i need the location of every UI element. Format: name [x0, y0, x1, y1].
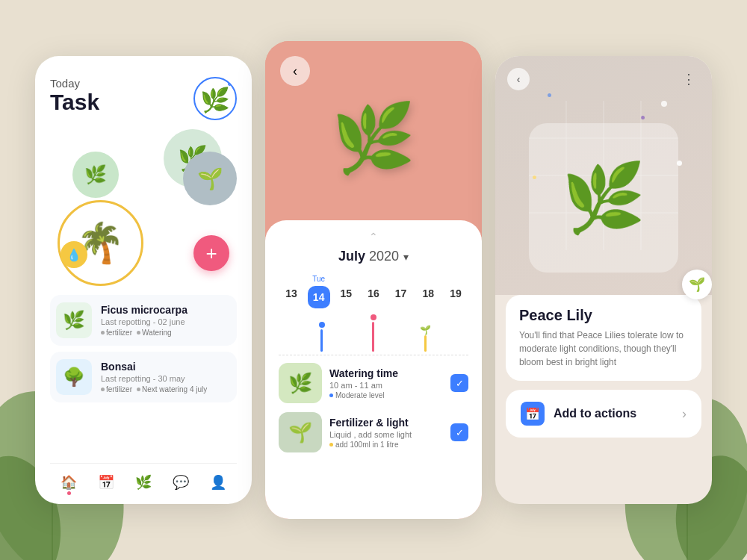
avatar-dot — [226, 80, 234, 87]
more-icon: ⋮ — [682, 71, 695, 87]
screen-3-top: 🌿 ‹ ⋮ — [495, 56, 712, 295]
today-label: Today — [50, 77, 99, 90]
water-stem-16 — [372, 322, 374, 352]
add-button[interactable]: + — [193, 235, 229, 271]
fertilizer-stem-18 — [424, 335, 427, 352]
nav-plant[interactable]: 🌿 — [135, 474, 152, 491]
cal-day-13[interactable]: 13 — [279, 279, 304, 305]
day-num-14: 14 — [308, 286, 330, 308]
tag-watering-1: Watering — [137, 329, 172, 337]
fertilizer-icon-18: 🌱 — [420, 325, 431, 335]
tag-fertilizer-2: fertilizer — [101, 385, 132, 393]
day-num-17: 17 — [390, 282, 412, 305]
plant-info-card: Peace Lily You'll find that Peace Lilies… — [506, 295, 701, 381]
calendar-add-icon: 📅 — [525, 407, 540, 421]
nav-chat[interactable]: 💬 — [173, 474, 189, 491]
water-badge: 💧 — [61, 241, 87, 268]
task-item-2[interactable]: 🌳 Bonsai Last repotting - 30 may fertili… — [50, 352, 237, 402]
screen-3: 🌿 ‹ ⋮ 🌱 Peace Lily You'll find that Peac… — [495, 56, 712, 504]
nav-calendar[interactable]: 📅 — [98, 474, 114, 491]
bottom-nav: 🏠 📅 🌿 💬 👤 — [50, 463, 237, 504]
activity-row: 🌱 — [279, 314, 468, 352]
chat-icon: 💬 — [173, 474, 189, 491]
care-img-2: 🌱 — [279, 412, 322, 452]
plant-circle-3: 🌱 — [183, 152, 237, 205]
month-label: July 2020 — [338, 249, 399, 264]
task-sub-2: Last repotting - 30 may — [101, 374, 207, 383]
title-block: Today Task — [50, 77, 99, 114]
day-num-19: 19 — [444, 282, 467, 305]
act-col-16 — [361, 314, 386, 352]
plant-name: Peace Lily — [519, 307, 688, 324]
care-sub-1: 10 am - 11 am — [329, 381, 443, 390]
act-col-14 — [309, 322, 335, 352]
cal-day-16[interactable]: 16 — [361, 279, 386, 305]
cal-day-15[interactable]: 15 — [333, 279, 359, 305]
add-to-actions-button[interactable]: 📅 Add to actions › — [506, 390, 701, 438]
water-dot-16 — [371, 314, 376, 320]
screen-2-plant-top: 🌿 ‹ — [265, 41, 482, 235]
care-item-2: 🌱 Fertilizer & light Liquid , add some l… — [279, 412, 468, 452]
plant-hero-image: 🌿 — [332, 99, 415, 178]
day-num-15: 15 — [335, 282, 357, 305]
dashed-separator — [279, 355, 468, 355]
nav-profile[interactable]: 👤 — [210, 474, 226, 491]
care-title-1: Watering time — [329, 367, 443, 379]
task-item-1[interactable]: 🌿 Ficus microcarpa Last repotting - 02 j… — [50, 295, 237, 346]
plant-icon: 🌿 — [135, 474, 152, 491]
back-button[interactable]: ‹ — [507, 68, 530, 90]
month-chevron-icon: ▾ — [403, 251, 409, 263]
cal-day-17[interactable]: 17 — [388, 279, 414, 305]
calendar-week: 13 Tue 14 15 16 17 — [279, 275, 468, 308]
leaf-icon: 🌱 — [689, 276, 705, 293]
nav-home[interactable]: 🏠 — [61, 474, 77, 491]
care-img-1: 🌿 — [279, 363, 322, 403]
cal-day-18[interactable]: 18 — [415, 279, 441, 305]
water-stem-14 — [320, 329, 323, 352]
back-icon: ‹ — [517, 73, 521, 85]
task-name-1: Ficus microcarpa — [101, 304, 187, 316]
day-num-18: 18 — [417, 282, 439, 305]
add-actions-label: Add to actions — [554, 407, 636, 420]
plant-description: You'll find that Peace Lilies tolerate l… — [519, 329, 688, 369]
task-title: Task — [50, 90, 99, 114]
plant-cluster: 🌿 🌿 🌱 🌴 💧 + — [50, 129, 237, 286]
task-list: 🌿 Ficus microcarpa Last repotting - 02 j… — [50, 295, 237, 457]
care-check-1[interactable]: ✓ — [450, 374, 468, 392]
tag-fertilizer-1: fertilizer — [101, 329, 132, 337]
cal-day-19[interactable]: 19 — [443, 279, 468, 305]
calendar-icon: 📅 — [98, 474, 114, 491]
day-num-16: 16 — [362, 282, 385, 305]
task-tags-1: fertilizer Watering — [101, 329, 187, 337]
task-sub-1: Last repotting - 02 june — [101, 317, 187, 326]
day-num-13: 13 — [280, 282, 303, 305]
care-text-2: Fertilizer & light Liquid , add some lig… — [329, 417, 443, 449]
screen2-back-btn[interactable]: ‹ — [280, 56, 310, 86]
plant-3-frame: 🌿 — [529, 123, 678, 273]
care-text-1: Watering time 10 am - 11 am Moderate lev… — [329, 367, 443, 399]
plant-circle-2: 🌿 — [72, 152, 119, 198]
screen-3-nav: ‹ ⋮ — [507, 68, 700, 90]
task-info-2: Bonsai Last repotting - 30 may fertilize… — [101, 361, 207, 393]
month-selector[interactable]: July 2020 ▾ — [279, 249, 468, 264]
care-item-1: 🌿 Watering time 10 am - 11 am Moderate l… — [279, 363, 468, 403]
cal-day-14[interactable]: Tue 14 — [306, 275, 332, 308]
care-title-2: Fertilizer & light — [329, 417, 443, 429]
more-button[interactable]: ⋮ — [678, 68, 700, 90]
leaf-badge: 🌱 — [682, 270, 712, 299]
profile-icon: 👤 — [210, 474, 226, 491]
avatar: 🌿 — [193, 77, 237, 120]
care-tag-1: Moderate level — [329, 391, 443, 399]
chevron-up-icon: ⌃ — [279, 231, 468, 243]
task-plant-img-2: 🌳 — [56, 359, 92, 395]
water-dot-14 — [319, 322, 325, 328]
chevron-right-icon: › — [682, 406, 686, 422]
task-plant-img-1: 🌿 — [56, 302, 92, 338]
peace-lily-plant: 🌿 — [562, 159, 645, 237]
task-name-2: Bonsai — [101, 361, 207, 373]
screen-2: 🌿 ‹ ⌃ July 2020 ▾ 13 Tue 14 — [265, 41, 482, 519]
tag-watering-2: Next watering 4 july — [137, 385, 207, 393]
act-col-18: 🌱 — [412, 325, 438, 352]
care-tag-2: add 100ml in 1 litre — [329, 441, 443, 449]
care-check-2[interactable]: ✓ — [450, 423, 468, 441]
